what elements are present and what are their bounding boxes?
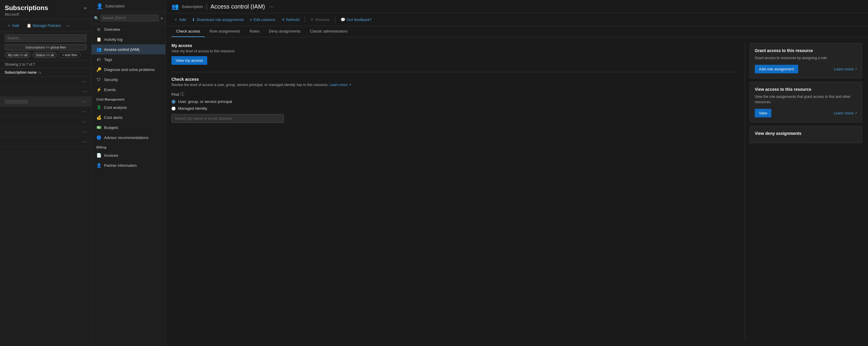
row-menu-button[interactable]: ··· bbox=[83, 79, 87, 84]
main-content: My access View my level of access to thi… bbox=[165, 37, 868, 346]
sidebar-item-cost-analysis[interactable]: 💲 Cost analysis bbox=[92, 102, 165, 113]
left-toolbar: ＋ Add 📋 Manage Policies ··· bbox=[0, 19, 91, 32]
find-label: Find ⓘ bbox=[172, 92, 740, 97]
download-icon: ⬇ bbox=[192, 18, 195, 22]
collapse-left-button[interactable]: « bbox=[84, 5, 87, 11]
filter-section: Subscriptions == global filter My role =… bbox=[0, 32, 91, 61]
toolbar-download-button[interactable]: ⬇ Download role assignments bbox=[189, 16, 246, 23]
toolbar-remove-button[interactable]: ✕ Remove bbox=[308, 16, 332, 23]
sidebar-item-label: Budgets bbox=[104, 125, 118, 130]
collapse-nav-button[interactable]: « bbox=[160, 16, 163, 21]
sidebar-item-invoices[interactable]: 📄 Invoices bbox=[92, 150, 165, 160]
check-access-learn-more-link[interactable]: Learn more ↗ bbox=[329, 83, 351, 87]
radio-managed-identity[interactable]: Managed identity bbox=[172, 106, 740, 111]
table-row[interactable]: ··· bbox=[0, 97, 91, 107]
sidebar-item-security[interactable]: 🛡 Security bbox=[92, 74, 165, 85]
tab-check-access[interactable]: Check access bbox=[172, 26, 205, 37]
table-row[interactable]: ··· bbox=[0, 107, 91, 117]
radio-user-group[interactable]: User, group, or service principal bbox=[172, 99, 740, 104]
table-row[interactable]: ··· bbox=[0, 87, 91, 97]
tabs-bar: Check access Role assignments Roles Deny… bbox=[165, 26, 868, 37]
add-button[interactable]: ＋ Add bbox=[5, 22, 21, 29]
sidebar-item-overview[interactable]: ⊙ Overview bbox=[92, 24, 165, 34]
left-panel: Subscriptions « Microsoft ＋ Add 📋 Manage… bbox=[0, 0, 92, 346]
tab-classic-admins[interactable]: Classic administrators bbox=[305, 26, 352, 37]
row-menu-button[interactable]: ··· bbox=[83, 109, 87, 115]
sidebar-item-label: Events bbox=[104, 88, 116, 92]
refresh-icon: ↺ bbox=[281, 18, 285, 22]
table-row[interactable]: ··· bbox=[0, 127, 91, 137]
sidebar-item-tags[interactable]: 🏷 Tags bbox=[92, 55, 165, 64]
sidebar-item-diagnose[interactable]: 🔑 Diagnose and solve problems bbox=[92, 64, 165, 74]
left-subtitle: Microsoft bbox=[5, 12, 87, 17]
find-section: Find ⓘ User, group, or service principal… bbox=[172, 92, 740, 123]
sidebar-item-cost-alerts[interactable]: 💰 Cost alerts bbox=[92, 113, 165, 122]
sort-icon[interactable]: ↑↓ bbox=[38, 70, 41, 74]
table-row[interactable]: ··· bbox=[0, 117, 91, 127]
sub-list-header: Subscription name ↑↓ bbox=[0, 69, 91, 76]
diagnose-icon: 🔑 bbox=[96, 67, 101, 72]
advisor-icon: 🔵 bbox=[96, 135, 101, 140]
subscription-icon: 👤 bbox=[96, 3, 103, 9]
view-access-learn-more-link[interactable]: Learn more ↗ bbox=[834, 111, 857, 115]
radio-managed-identity-input[interactable] bbox=[172, 106, 176, 111]
sidebar-item-budgets[interactable]: 💵 Budgets bbox=[92, 122, 165, 132]
columns-icon: ≡ bbox=[250, 18, 252, 22]
right-panel: 👥 Subscription | Access control (IAM) ··… bbox=[165, 0, 868, 346]
showing-text: Showing 1 to 7 of 7 bbox=[0, 61, 91, 69]
view-deny-title: View deny assignments bbox=[755, 131, 857, 136]
nav-search-input[interactable] bbox=[100, 14, 159, 22]
row-menu-button[interactable]: ··· bbox=[83, 139, 87, 145]
sidebar-item-activity-log[interactable]: 📋 Activity log bbox=[92, 34, 165, 44]
left-search-input[interactable] bbox=[5, 34, 87, 42]
add-role-assignment-button[interactable]: Add role assignment bbox=[755, 65, 798, 73]
view-access-description: View the role assignments that grant acc… bbox=[755, 94, 857, 105]
tab-roles[interactable]: Roles bbox=[245, 26, 264, 37]
sidebar-item-events[interactable]: ⚡ Events bbox=[92, 85, 165, 95]
grant-access-card: Grant access to this resource Grant acce… bbox=[750, 43, 862, 78]
row-menu-button[interactable]: ··· bbox=[83, 119, 87, 125]
right-header: 👥 Subscription | Access control (IAM) ··… bbox=[165, 0, 868, 13]
toolbar-edit-columns-button[interactable]: ≡ Edit columns bbox=[247, 16, 278, 23]
filter-global[interactable]: Subscriptions == global filter bbox=[5, 44, 87, 50]
sidebar-item-partner[interactable]: 👤 Partner information bbox=[92, 160, 165, 170]
view-access-title: View access to this resource bbox=[755, 87, 857, 92]
grant-access-learn-more-link[interactable]: Learn more ↗ bbox=[834, 67, 857, 71]
left-header: Subscriptions « Microsoft bbox=[0, 0, 91, 19]
page-title: Subscriptions bbox=[5, 4, 48, 12]
breadcrumb: Subscription bbox=[182, 4, 203, 9]
overview-icon: ⊙ bbox=[96, 27, 101, 32]
add-filter-button[interactable]: + Add filter bbox=[59, 52, 81, 58]
find-search-input[interactable] bbox=[172, 114, 284, 123]
sidebar-item-access-control[interactable]: 👥 Access control (IAM) bbox=[92, 44, 165, 55]
table-row[interactable]: ··· bbox=[0, 137, 91, 147]
filter-status[interactable]: Status == all bbox=[33, 52, 57, 58]
tab-deny-assignments[interactable]: Deny assignments bbox=[264, 26, 305, 37]
radio-user-group-input[interactable] bbox=[172, 100, 176, 104]
sidebar-item-label: Activity log bbox=[104, 37, 122, 42]
row-menu-button[interactable]: ··· bbox=[83, 99, 87, 104]
plus-icon: ＋ bbox=[7, 23, 11, 28]
remove-icon: ✕ bbox=[310, 18, 314, 22]
sidebar-item-label: Security bbox=[104, 77, 118, 82]
view-my-access-button[interactable]: View my access bbox=[172, 56, 207, 65]
external-link-icon: ↗ bbox=[855, 67, 857, 71]
more-options-icon[interactable]: ··· bbox=[66, 23, 71, 29]
sidebar-item-advisor[interactable]: 🔵 Advisor recommendations bbox=[92, 132, 165, 143]
info-icon[interactable]: ⓘ bbox=[180, 92, 184, 97]
row-menu-button[interactable]: ··· bbox=[83, 89, 87, 94]
toolbar-add-button[interactable]: ＋ Add bbox=[172, 16, 188, 23]
manage-policies-button[interactable]: 📋 Manage Policies bbox=[24, 22, 63, 29]
right-toolbar: ＋ Add ⬇ Download role assignments ≡ Edit… bbox=[165, 13, 868, 26]
filter-role[interactable]: My role == all bbox=[5, 52, 31, 58]
sidebar-item-label: Overview bbox=[104, 27, 120, 32]
table-row[interactable]: ··· bbox=[0, 76, 91, 87]
header-more-options[interactable]: ··· bbox=[269, 4, 274, 10]
toolbar-refresh-button[interactable]: ↺ Refresh bbox=[279, 16, 302, 23]
tab-role-assignments[interactable]: Role assignments bbox=[205, 26, 245, 37]
sidebar-item-label: Partner information bbox=[104, 163, 137, 168]
toolbar-feedback-button[interactable]: 💬 Got feedback? bbox=[338, 16, 374, 23]
view-button[interactable]: View bbox=[755, 109, 771, 117]
row-menu-button[interactable]: ··· bbox=[83, 129, 87, 134]
feedback-icon: 💬 bbox=[341, 18, 345, 22]
